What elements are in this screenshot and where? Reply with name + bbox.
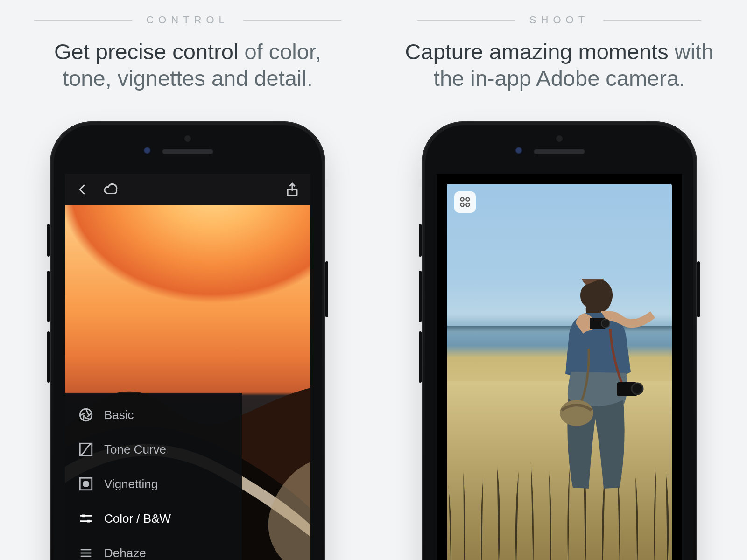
headline-bold: Capture amazing moments (405, 39, 669, 64)
volume-down (419, 331, 422, 383)
mute-switch (47, 224, 50, 257)
photo-viewport[interactable]: Basic Tone Curve Vignettin (65, 205, 310, 560)
tool-label: Vignetting (104, 477, 158, 491)
earpiece (162, 148, 213, 154)
camera-viewfinder[interactable] (447, 184, 672, 560)
front-camera (515, 147, 523, 155)
tool-color-bw[interactable]: Color / B&W (65, 501, 242, 536)
grid-toggle-button[interactable] (454, 191, 476, 213)
eyebrow-row: SHOOT (377, 14, 741, 26)
screen-camera (437, 174, 682, 560)
rule-left (34, 20, 132, 21)
rule-left (417, 20, 515, 21)
earpiece (534, 148, 585, 154)
svg-point-19 (466, 198, 469, 201)
screen-editor: Basic Tone Curve Vignettin (65, 174, 310, 560)
photographer-figure (546, 279, 658, 498)
proximity-sensor (556, 135, 563, 142)
phone-mockup-right (422, 121, 697, 560)
tool-sheet: Basic Tone Curve Vignettin (65, 393, 242, 560)
headline-control: Get precise control of color, tone, vign… (29, 38, 346, 92)
cloud-icon[interactable] (103, 182, 119, 197)
tool-dehaze[interactable]: Dehaze (65, 536, 242, 560)
tool-label: Color / B&W (104, 511, 171, 526)
tool-basic[interactable]: Basic (65, 398, 242, 432)
svg-point-4 (83, 481, 89, 487)
phone-mockup-left: Basic Tone Curve Vignettin (50, 121, 325, 560)
rule-right (603, 20, 701, 21)
curve-icon (78, 441, 94, 457)
svg-rect-8 (87, 520, 90, 523)
share-icon[interactable] (284, 182, 300, 197)
volume-up (47, 271, 50, 322)
volume-down (47, 331, 50, 383)
headline-bold: Get precise control (54, 39, 238, 64)
tool-label: Basic (104, 408, 134, 422)
eyebrow-label: CONTROL (146, 14, 229, 26)
tool-vignetting[interactable]: Vignetting (65, 467, 242, 501)
tool-label: Tone Curve (104, 442, 166, 457)
sliders-icon (78, 511, 94, 526)
mute-switch (419, 224, 422, 257)
power-button (697, 261, 700, 317)
headline-shoot: Capture amazing moments with the in-app … (401, 38, 718, 92)
svg-point-20 (461, 203, 464, 206)
front-camera (143, 147, 152, 155)
eyebrow-label: SHOOT (529, 14, 589, 26)
tool-label: Dehaze (104, 546, 146, 560)
power-button (325, 261, 328, 317)
tool-tone-curve[interactable]: Tone Curve (65, 432, 242, 467)
proximity-sensor (184, 135, 191, 142)
back-icon[interactable] (75, 182, 91, 197)
svg-point-21 (466, 203, 469, 206)
aperture-icon (78, 407, 94, 423)
panel-shoot: SHOOT Capture amazing moments with the i… (377, 9, 741, 551)
svg-point-14 (601, 319, 610, 328)
svg-point-16 (632, 383, 643, 394)
editor-topbar (65, 174, 310, 205)
svg-point-18 (461, 198, 464, 201)
svg-rect-7 (82, 515, 85, 518)
eyebrow-row: CONTROL (6, 14, 370, 26)
rule-right (243, 20, 341, 21)
panel-control: CONTROL Get precise control of color, to… (6, 9, 370, 551)
letterbox (437, 174, 682, 184)
volume-up (419, 271, 422, 322)
lines-icon (78, 545, 94, 560)
vignette-icon (78, 476, 94, 492)
